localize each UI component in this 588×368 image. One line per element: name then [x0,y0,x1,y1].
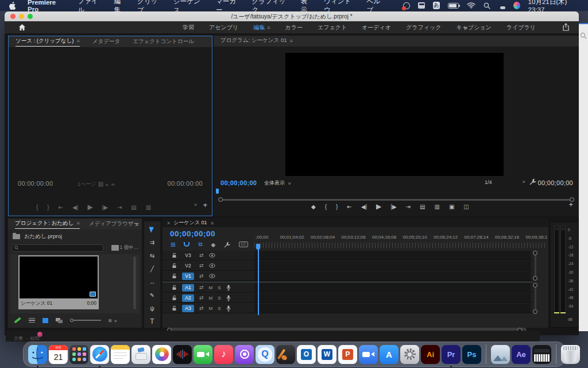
export-frame-icon[interactable]: ▣ [449,204,454,210]
dock-item-zoom[interactable] [359,345,378,364]
track-lock-icon[interactable] [172,305,177,311]
track-visibility-eye-icon[interactable] [209,263,215,268]
track-lane-V2[interactable] [254,261,531,270]
dock-item-calendar[interactable]: 10月21 [49,345,68,364]
audio-tracks-scrollbar[interactable] [535,285,536,313]
track-lock-icon[interactable] [172,263,177,269]
project-scrollbar[interactable] [133,256,136,309]
siri-icon[interactable] [513,2,520,9]
source-patch-icon[interactable]: ⇄ [199,285,204,290]
timeline-ruler[interactable]: ;00;0000;01;04;0200;02;08;0400;03;12;060… [254,233,547,248]
dock-item-photos[interactable] [152,345,171,364]
sort-icon[interactable]: ≡∨ [109,317,117,324]
linked-selection-icon[interactable]: ⧉ [198,241,202,248]
wifi-icon[interactable] [467,2,475,10]
workspace-tab-学習[interactable]: 学習 [183,24,194,32]
dock-item-launchpad[interactable] [69,345,88,364]
track-mute-button[interactable]: M [209,296,213,301]
source-add-button[interactable]: + [203,201,207,209]
source-button-overflow[interactable]: » [194,202,197,208]
timeline-panel-menu-icon[interactable]: ≡ [211,220,214,226]
pen-tool[interactable]: ✎ [146,291,158,299]
workspace-tab-カラー[interactable]: カラー [285,24,302,32]
source-panel-menu-icon[interactable]: ≡ [77,38,80,44]
dock-item-facetime[interactable] [194,345,212,364]
control-center-icon[interactable] [498,2,505,9]
extract-icon[interactable]: ▥ [146,204,151,210]
project-tab-overflow[interactable]: » [135,221,138,228]
timeline-tab-label[interactable]: シーケンス 01 [173,219,207,227]
go-to-out-icon[interactable]: ⇥ [117,204,122,210]
go-to-in-icon[interactable]: ⇤ [59,204,63,210]
dock-item-podcasts[interactable] [235,345,254,364]
icon-view-icon[interactable] [42,318,48,323]
project-tab[interactable]: メディアブラウザー [89,220,139,228]
dock-item-outlook[interactable]: O [297,345,316,364]
step-back-icon[interactable]: ◀| [361,204,367,210]
ripple-edit-tool[interactable]: ⇆ [146,251,158,259]
list-view-icon[interactable] [29,318,35,323]
program-playhead[interactable] [216,189,219,194]
captions-icon[interactable]: CC [239,241,247,247]
workspace-tab-グラフィック[interactable]: グラフィック [406,24,441,32]
track-mute-button[interactable]: M [209,285,213,290]
dock-item-quicktime-player[interactable]: Q [256,345,274,364]
track-lane-V3[interactable] [254,251,531,260]
project-tab[interactable]: プロジェクト: おためし≡ [15,220,80,229]
source-patch-icon[interactable]: ⇄ [199,273,204,279]
workspace-overflow-button[interactable]: » [464,24,467,31]
dock-item-garageband[interactable] [276,345,295,364]
source-patch-icon[interactable]: ⇄ [199,295,204,301]
audio-scroll-knob-top[interactable] [533,283,537,288]
program-resolution-select[interactable]: 1/4∨ [485,179,525,185]
track-lane-A1[interactable] [254,283,531,292]
track-lock-icon[interactable] [172,273,177,279]
source-patch-icon[interactable]: ⇄ [199,305,204,311]
lift-icon[interactable]: ▤ [420,204,425,210]
track-select-forward-tool[interactable]: ⇉ [146,238,158,246]
type-tool[interactable]: T [146,317,158,325]
voiceover-mic-icon[interactable] [226,295,231,301]
track-target-V2[interactable]: V2 [182,262,194,270]
home-icon[interactable] [18,24,26,31]
hand-tool[interactable]: ψ [146,304,158,312]
timeline-settings-wrench-icon[interactable] [224,241,230,248]
play-icon[interactable]: ▶ [87,203,92,211]
source-tab[interactable]: ソース : (クリップなし)≡ [16,37,80,47]
dock-item-midi-keyboard[interactable] [532,345,551,364]
play-icon[interactable]: ▶ [376,202,381,210]
dock-item-system-preferences[interactable] [400,345,419,364]
project-search-input[interactable] [11,244,103,252]
source-tab[interactable]: メタデータ [92,38,120,45]
timeline-tab-close-icon[interactable]: × [167,220,170,226]
go-to-in-icon[interactable]: ⇤ [347,204,351,210]
track-lock-icon[interactable] [172,252,177,258]
track-lane-A2[interactable] [254,293,531,302]
dock-item-premiere-pro[interactable]: Pr [442,345,461,364]
program-panel-title[interactable]: プログラム: シーケンス 01≡ [220,37,293,45]
dock-item-voice-memos[interactable] [173,345,192,364]
dock-item-finder[interactable] [28,345,47,364]
track-target-A3[interactable]: A3 [182,305,194,312]
go-to-out-icon[interactable]: ⇥ [406,204,411,210]
track-target-A1[interactable]: A1 [182,284,194,292]
dock-item-desktop-stack[interactable] [491,345,510,364]
project-root-item[interactable]: おためし.prproj [13,233,62,240]
source-page-selector[interactable]: 1ページ ▸⇻ [78,181,115,188]
step-forward-icon[interactable]: |▶ [102,204,108,210]
workspace-tab-アセンブリ[interactable]: アセンブリ [209,24,238,32]
add-marker-icon[interactable]: ◆ [211,241,216,248]
workspace-tab-編集[interactable]: 編集≡ [253,24,270,32]
selection-tool[interactable] [146,225,158,233]
source-patch-icon[interactable]: ⇄ [199,252,204,258]
spotlight-icon[interactable] [483,2,490,10]
track-visibility-eye-icon[interactable] [209,253,215,258]
search-bin-icon[interactable] [111,245,119,251]
dock-item-photoshop[interactable]: Ps [462,345,481,364]
slip-tool[interactable]: ↔ [146,278,158,286]
add-marker-icon[interactable]: ◆ [311,204,316,210]
dock-item-printer-utility[interactable] [131,345,150,364]
comparison-view-icon[interactable]: ◫ [463,204,469,210]
source-tab[interactable]: エフェクトコントロール [133,38,194,45]
timeline-timecode[interactable]: 00;00;00;00 [170,229,215,238]
